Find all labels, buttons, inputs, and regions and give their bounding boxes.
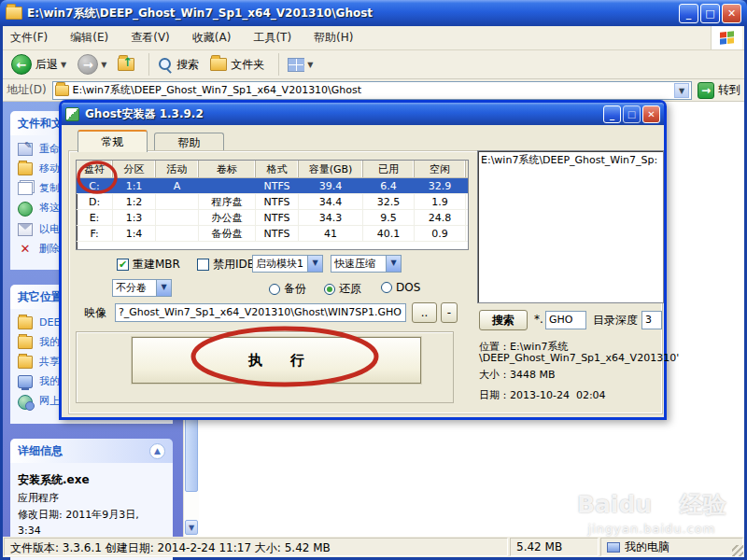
dialog-close-button[interactable]: ✕	[642, 105, 660, 123]
menu-tools[interactable]: 工具(T)	[253, 30, 291, 46]
maximize-button[interactable]: □	[700, 4, 720, 23]
radio-on-icon	[324, 284, 335, 295]
tab-general[interactable]: 常规	[78, 130, 148, 152]
close-button[interactable]: ✕	[722, 4, 741, 23]
minimize-button[interactable]: _	[679, 4, 698, 23]
col-format[interactable]: 格式	[256, 161, 299, 177]
details-file-name: 安装系统.exe	[18, 472, 165, 488]
toolbar: ← 后退 ▼ → ▼ 搜索 文件夹 ▼	[3, 50, 744, 79]
up-button[interactable]	[115, 52, 137, 77]
go-button[interactable]: → 转到	[698, 82, 740, 99]
dialog-maximize-button[interactable]: □	[623, 105, 641, 123]
col-capacity[interactable]: 容量(GB)	[299, 161, 363, 177]
addressbar: 地址(D) E:\win7系统\DEEP_Ghost_Win7_Sp1_x64_…	[3, 79, 744, 102]
image-location-line2: \DEEP_Ghost_Win7_Sp1_x64_V201310'	[479, 352, 679, 364]
browse-button[interactable]: ..	[412, 302, 437, 323]
search-result-item[interactable]: E:\win7系统\DEEP_Ghost_Win7_Sp:	[481, 154, 657, 166]
address-label: 地址(D)	[7, 82, 47, 98]
search-result-list[interactable]: E:\win7系统\DEEP_Ghost_Win7_Sp:	[477, 150, 664, 303]
menu-help[interactable]: 帮助(H)	[314, 30, 353, 46]
col-active[interactable]: 活动	[156, 161, 199, 177]
up-folder-icon	[118, 58, 134, 71]
rebuild-mbr-label: 重建MBR	[133, 257, 180, 273]
menubar: 文件(F) 编辑(E) 查看(V) 收藏(A) 工具(T) 帮助(H)	[3, 26, 744, 50]
email-icon	[18, 223, 33, 236]
disable-ide-checkbox[interactable]: 禁用IDE	[197, 257, 254, 273]
chevron-down-icon: ▼	[156, 280, 171, 296]
image-label: 映像	[84, 305, 106, 321]
col-free[interactable]: 空闲	[415, 161, 466, 177]
radio-off-icon	[269, 284, 280, 295]
address-input[interactable]: E:\win7系统\DEEP_Ghost_Win7_Sp1_x64_V20131…	[52, 81, 692, 100]
chevron-down-icon: ▼	[307, 256, 322, 272]
image-path-input[interactable]: ?_Ghost_Win7_Sp1_x64_V201310\Ghost\WIN7S…	[115, 303, 406, 322]
rename-icon	[18, 143, 33, 156]
depth-label: 目录深度	[593, 313, 638, 329]
radio-backup[interactable]: 备份	[269, 281, 306, 297]
address-dropdown-icon[interactable]: ▼	[674, 83, 689, 98]
folders-label: 文件夹	[231, 57, 264, 73]
table-row-f[interactable]: F: 1:4 备份盘 NTFS 41 40.1 0.9	[77, 226, 468, 242]
radio-restore[interactable]: 还原	[324, 281, 361, 297]
menu-file[interactable]: 文件(F)	[10, 30, 48, 46]
table-row-d[interactable]: D: 1:2 程序盘 NTFS 34.4 32.5 1.9	[77, 194, 468, 210]
radio-backup-label: 备份	[284, 281, 306, 297]
radio-dos[interactable]: DOS	[381, 281, 420, 294]
radio-dos-label: DOS	[396, 281, 420, 294]
boot-module-dropdown[interactable]: 启动模块1 ▼	[252, 255, 323, 273]
my-documents-icon	[18, 336, 33, 349]
resize-grip[interactable]	[732, 545, 743, 556]
details-file-type: 应用程序	[18, 491, 165, 505]
views-icon	[288, 58, 304, 72]
status-file-info: 文件版本: 3.3.6.1 创建日期: 2014-2-24 11:17 大小: …	[4, 538, 508, 556]
depth-input[interactable]: 3	[641, 311, 662, 329]
chevron-up-icon[interactable]: ▲	[149, 443, 165, 459]
window-title: E:\win7系统\DEEP_Ghost_Win7_Sp1_x64_V20131…	[27, 6, 677, 21]
forward-button[interactable]: → ▼	[75, 52, 109, 77]
table-row-c[interactable]: C: 1:1 A NTFS 39.4 6.4 32.9	[77, 178, 468, 194]
back-button[interactable]: ← 后退 ▼	[8, 52, 69, 77]
compress-dropdown[interactable]: 快速压缩 ▼	[331, 255, 402, 273]
col-drive[interactable]: 盘符	[77, 161, 113, 177]
status-zone: 我的电脑	[600, 538, 743, 556]
tab-help[interactable]: 帮助	[154, 133, 224, 152]
search-gho-button[interactable]: 搜索	[479, 310, 528, 330]
toolbar-separator	[278, 53, 279, 76]
dialog-minimize-button[interactable]: _	[603, 105, 621, 123]
views-chevron-icon[interactable]: ▼	[307, 61, 313, 69]
execute-button[interactable]: 执 行	[132, 337, 421, 384]
menu-favorites[interactable]: 收藏(A)	[192, 30, 232, 46]
menu-view[interactable]: 查看(V)	[131, 30, 170, 46]
folders-button[interactable]: 文件夹	[207, 52, 267, 77]
col-label[interactable]: 卷标	[199, 161, 256, 177]
split-dropdown[interactable]: 不分卷 ▼	[112, 279, 172, 297]
radio-restore-label: 还原	[339, 281, 361, 297]
col-partition[interactable]: 分区	[113, 161, 156, 177]
search-label: 搜索	[176, 57, 199, 73]
my-computer-icon	[607, 542, 620, 553]
views-button[interactable]: ▼	[285, 52, 316, 77]
statusbar: 文件版本: 3.3.6.1 创建日期: 2014-2-24 11:17 大小: …	[3, 537, 744, 557]
status-zone-label: 我的电脑	[625, 539, 669, 555]
computer-icon	[18, 375, 33, 388]
dialog-app-icon	[65, 107, 79, 121]
disable-ide-label: 禁用IDE	[213, 257, 254, 273]
search-button[interactable]: 搜索	[155, 52, 202, 77]
dialog-title: Ghost安装器 1.3.9.2	[85, 106, 601, 122]
pattern-prefix-label: *.	[534, 313, 543, 326]
scrollbar-down-icon[interactable]: ▼	[185, 520, 198, 535]
details-header[interactable]: 详细信息 ▲	[10, 439, 173, 463]
col-used[interactable]: 已用	[363, 161, 415, 177]
folder-icon	[18, 316, 33, 329]
pattern-input[interactable]: GHO	[545, 311, 586, 329]
rebuild-mbr-checkbox[interactable]: ✔ 重建MBR	[117, 257, 180, 273]
back-chevron-icon[interactable]: ▼	[61, 61, 66, 69]
menu-edit[interactable]: 编辑(E)	[70, 30, 108, 46]
table-row-e[interactable]: E: 1:3 办公盘 NTFS 34.3 9.5 24.8	[77, 210, 468, 226]
minus-button[interactable]: -	[441, 302, 458, 323]
status-size: 5.42 MB	[510, 538, 599, 556]
shared-folder-icon	[18, 356, 33, 369]
folders-icon	[210, 58, 227, 71]
address-path: E:\win7系统\DEEP_Ghost_Win7_Sp1_x64_V20131…	[73, 83, 674, 97]
desktop: E:\win7系统\DEEP_Ghost_Win7_Sp1_x64_V20131…	[0, 0, 747, 560]
